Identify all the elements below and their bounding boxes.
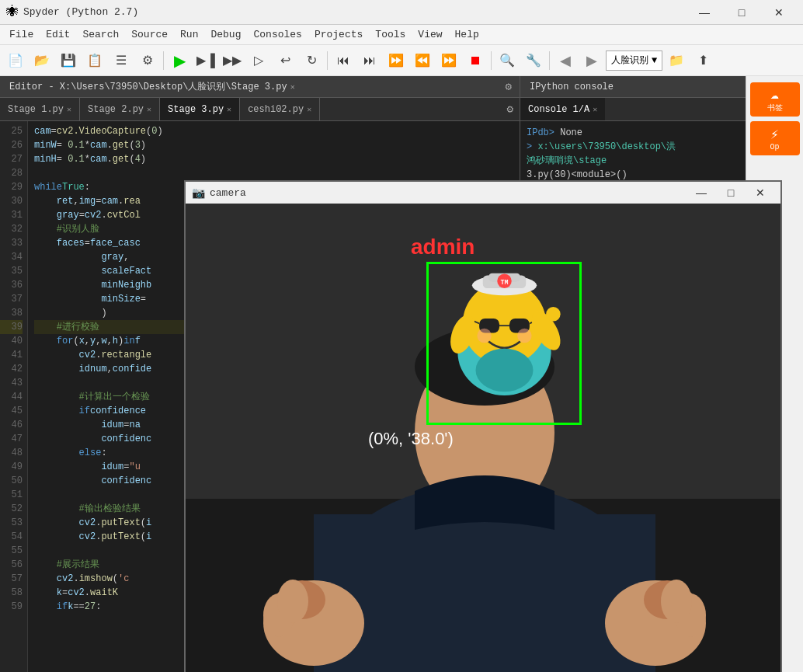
open-file-button[interactable]: 📂 [30, 48, 54, 73]
run-button[interactable]: ▶ [167, 48, 192, 73]
reload-button[interactable]: ↻ [299, 48, 324, 73]
minimize-button[interactable]: — [687, 0, 722, 25]
toolbar: 📄 📂 💾 📋 ☰ ⚙ ▶ ▶▐ ▶▶ ▷ ↩ ↻ ⏮ ⏭ ⏩ ⏪ ⏩ ⏹ 🔍 … [0, 45, 803, 76]
editor-close-icon[interactable]: ✕ [290, 82, 295, 92]
app-icon: 🕷 [6, 5, 19, 19]
tab-close-ceshi02[interactable]: ✕ [307, 105, 311, 114]
step-into-button[interactable]: ⏭ [357, 48, 382, 73]
svg-point-31 [517, 329, 532, 343]
menu-edit[interactable]: Edit [40, 26, 76, 43]
maximize-button[interactable]: □ [724, 0, 760, 25]
camera-feed: admin [186, 204, 780, 672]
close-button[interactable]: ✕ [761, 0, 797, 25]
op-icon: ⚡ [770, 126, 779, 143]
tab-ceshi02[interactable]: ceshi02.py ✕ [240, 98, 320, 120]
editor-title: Editor - X:\Users\73950\Desktop\人脸识别\Sta… [3, 78, 301, 95]
svg-point-27 [546, 307, 561, 322]
app-title: Spyder (Python 2.7) [23, 6, 682, 18]
menu-consoles[interactable]: Consoles [247, 26, 308, 43]
face-sticker: TM [430, 266, 578, 417]
tab-console1[interactable]: Console 1/A ✕ [520, 98, 605, 120]
step-over-button[interactable]: ⏩ [384, 48, 408, 73]
camera-maximize-button[interactable]: □ [717, 182, 745, 204]
run-config-button[interactable]: ⚙ [135, 48, 160, 73]
step-button[interactable]: ↩ [273, 48, 297, 73]
menu-file[interactable]: File [3, 26, 40, 43]
dropdown-arrow: ▼ [652, 55, 657, 66]
tab-stage1[interactable]: Stage 1.py ✕ [0, 98, 80, 120]
tab-settings-icon[interactable]: ⚙ [501, 103, 520, 116]
admin-label: admin [411, 235, 474, 259]
menu-help[interactable]: Help [449, 26, 485, 43]
find-replace-button[interactable]: 🔧 [521, 48, 546, 73]
tab-stage2[interactable]: Stage 2.py ✕ [80, 98, 160, 120]
confidence-label: (0%, '38.0') [368, 429, 454, 449]
forward-button[interactable]: ▶ [579, 48, 604, 73]
file-tabs: Stage 1.py ✕ Stage 2.py ✕ Stage 3.py ✕ c… [0, 98, 520, 121]
menu-run[interactable]: Run [174, 26, 204, 43]
menu-source[interactable]: Source [125, 26, 174, 43]
line-numbers: 25262728 29303132 33343536 373839 404142… [0, 121, 28, 672]
svg-text:TM: TM [500, 279, 508, 286]
svg-point-30 [477, 329, 492, 343]
svg-point-13 [661, 580, 692, 623]
menu-debug[interactable]: Debug [204, 26, 247, 43]
camera-minimize-button[interactable]: — [687, 182, 715, 204]
camera-visual: admin [186, 204, 780, 672]
path-dropdown[interactable]: 人脸识别 ▼ [606, 50, 662, 71]
save-as-button[interactable]: 📋 [82, 48, 107, 73]
menu-view[interactable]: View [412, 26, 448, 43]
title-bar: 🕷 Spyder (Python 2.7) — □ ✕ [0, 0, 803, 25]
debug-button[interactable]: ⏮ [331, 48, 356, 73]
camera-controls: — □ ✕ [687, 182, 774, 204]
op-button[interactable]: ⚡ Op [750, 121, 800, 155]
save-button[interactable]: 💾 [56, 48, 81, 73]
camera-icon: 📷 [192, 186, 205, 200]
svg-point-11 [277, 580, 308, 623]
menu-tools[interactable]: Tools [369, 26, 412, 43]
fast-forward-button[interactable]: ⏩ [436, 48, 461, 73]
sticker-svg: TM [433, 270, 576, 413]
cloud-icon: ☁ [770, 85, 779, 103]
tab-stage3[interactable]: Stage 3.py ✕ [160, 98, 240, 120]
up-dir-button[interactable]: ⬆ [690, 48, 715, 73]
camera-title-text: camera [210, 187, 683, 199]
bookmarks-label: 书签 [767, 103, 783, 113]
camera-window: 📷 camera — □ ✕ [184, 180, 782, 672]
path-text: 人脸识别 [611, 54, 648, 67]
stop-button[interactable]: ⏹ [463, 48, 488, 73]
cloud-bookmarks-button[interactable]: ☁ 书签 [750, 82, 800, 117]
run-cell-advance-button[interactable]: ▶▶ [220, 48, 245, 73]
run-selection-button[interactable]: ▷ [246, 48, 271, 73]
run-cell-button[interactable]: ▶▐ [193, 48, 218, 73]
tab-close-stage2[interactable]: ✕ [147, 105, 151, 114]
menu-bar: File Edit Search Source Run Debug Consol… [0, 25, 803, 45]
outline-button[interactable]: ☰ [109, 48, 134, 73]
find-button[interactable]: 🔍 [495, 48, 520, 73]
console-title: IPython console [523, 80, 620, 94]
continue-button[interactable]: ⏪ [410, 48, 435, 73]
new-file-button[interactable]: 📄 [3, 48, 28, 73]
camera-title-bar: 📷 camera — □ ✕ [186, 182, 780, 204]
svg-rect-3 [314, 514, 655, 672]
console-tab-close[interactable]: ✕ [593, 105, 597, 114]
menu-projects[interactable]: Projects [308, 26, 369, 43]
back-button[interactable]: ◀ [553, 48, 578, 73]
op-label: Op [770, 143, 779, 151]
editor-tab-bar: Editor - X:\Users\73950\Desktop\人脸识别\Sta… [0, 76, 520, 98]
browse-button[interactable]: 📁 [664, 48, 689, 73]
tab-close-stage1[interactable]: ✕ [67, 105, 71, 114]
window-controls: — □ ✕ [687, 0, 797, 25]
svg-point-29 [475, 349, 533, 392]
editor-gear-icon[interactable]: ⚙ [501, 80, 516, 93]
tab-close-stage3[interactable]: ✕ [227, 105, 231, 114]
menu-search[interactable]: Search [76, 26, 125, 43]
camera-close-button[interactable]: ✕ [746, 182, 774, 204]
